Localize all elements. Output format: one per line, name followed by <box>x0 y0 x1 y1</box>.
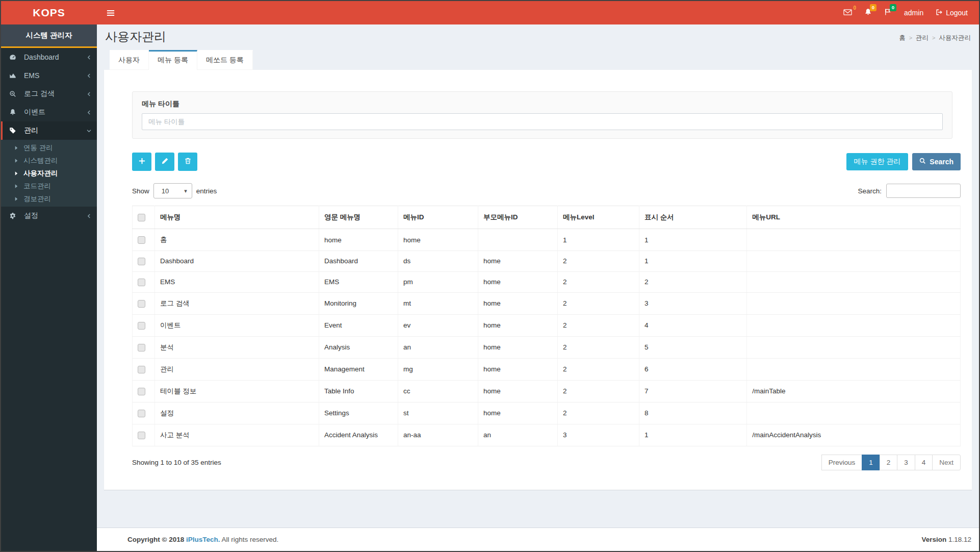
cell-parent-menu-id: home <box>478 292 558 314</box>
table-row: EMS EMS pm home 2 2 <box>133 271 961 292</box>
tab-bar: 사용자메뉴 등록메쏘드 등록 <box>104 50 972 70</box>
cell-menu-level: 2 <box>558 314 639 336</box>
column-header[interactable]: 메뉴Level <box>558 206 639 229</box>
iplustech-link[interactable]: iPlusTech. <box>186 536 220 543</box>
sidebar-item-log-search[interactable]: 로그 검색 <box>1 85 97 103</box>
sidebar-item-label: 로그 검색 <box>24 89 82 98</box>
row-checkbox[interactable] <box>138 322 145 330</box>
add-button[interactable] <box>132 153 151 171</box>
table-search-input[interactable] <box>886 184 961 198</box>
cell-menu-id: pm <box>398 271 478 292</box>
trash-icon <box>184 157 192 166</box>
logout-label: Logout <box>946 9 968 17</box>
area-chart-icon <box>9 72 19 79</box>
logout-button[interactable]: Logout <box>930 1 974 24</box>
content-header: 사용자관리 홈관리사용자관리 <box>97 24 979 47</box>
row-checkbox[interactable] <box>138 300 145 308</box>
breadcrumb-item[interactable]: 관리 <box>906 34 929 41</box>
sidebar-subitem[interactable]: 사용자관리 <box>1 167 97 180</box>
row-checkbox[interactable] <box>138 344 145 352</box>
breadcrumb-item[interactable]: 사용자관리 <box>929 34 971 41</box>
column-header[interactable]: 표시 순서 <box>639 206 747 229</box>
cell-parent-menu-id: home <box>478 271 558 292</box>
flags-button[interactable]: 0 <box>878 1 898 24</box>
page-button[interactable]: 1 <box>862 455 880 470</box>
search-plus-icon <box>9 90 19 97</box>
column-header[interactable]: 메뉴ID <box>398 206 478 229</box>
page-size-select[interactable]: 10 ▾ <box>153 183 192 198</box>
cell-menu-url <box>747 251 961 272</box>
cell-menu-url <box>747 229 961 251</box>
tab[interactable]: 사용자 <box>110 50 149 70</box>
sidebar-item-management[interactable]: 관리 <box>1 121 97 140</box>
toolbar: 메뉴 권한 관리 Search <box>132 153 961 171</box>
sidebar-item-label: 이벤트 <box>24 108 82 117</box>
management-submenu: 연동 관리 시스템관리 사용자관리 <box>1 140 97 207</box>
table-row: 이벤트 Event ev home 2 4 <box>133 314 961 336</box>
messages-button[interactable]: 0 <box>837 1 858 24</box>
tab[interactable]: 메뉴 등록 <box>149 50 197 70</box>
breadcrumb-item[interactable]: 홈 <box>899 34 906 41</box>
sidebar-item-event[interactable]: 이벤트 <box>1 103 97 121</box>
table-search: Search: <box>858 184 961 198</box>
copyright: Copyright © 2018 iPlusTech. All rights r… <box>127 536 278 543</box>
column-header[interactable]: 영문 메뉴명 <box>319 206 398 229</box>
sidebar-subitem[interactable]: 코드관리 <box>1 180 97 192</box>
caret-right-icon <box>15 197 18 201</box>
row-checkbox[interactable] <box>138 279 145 286</box>
cell-menu-id: an <box>398 336 478 358</box>
logout-icon <box>936 9 943 17</box>
table-row: 사고 분석 Accident Analysis an-aa an 3 1 /ma… <box>133 424 961 446</box>
column-header[interactable]: 부모메뉴ID <box>478 206 558 229</box>
page-button[interactable]: Next <box>932 455 961 470</box>
cell-menu-level: 3 <box>558 424 639 446</box>
sidebar-item-dashboard[interactable]: Dashboard <box>1 48 97 66</box>
sidebar-subitem[interactable]: 경보관리 <box>1 192 97 205</box>
user-menu[interactable]: admin <box>898 1 930 24</box>
menu-title-input[interactable] <box>142 113 943 130</box>
delete-button[interactable] <box>178 153 197 171</box>
cell-display-order: 2 <box>639 271 747 292</box>
sidebar-item-ems[interactable]: EMS <box>1 66 97 85</box>
row-checkbox[interactable] <box>138 366 145 373</box>
table-row: Dashboard Dashboard ds home 2 1 <box>133 251 961 272</box>
envelope-icon <box>843 9 852 17</box>
page-button[interactable]: 3 <box>897 455 915 470</box>
tab[interactable]: 메쏘드 등록 <box>197 50 253 70</box>
cell-menu-name-en: Event <box>319 314 398 336</box>
menu-permission-button[interactable]: 메뉴 권한 관리 <box>846 153 909 170</box>
cell-parent-menu-id: an <box>478 424 558 446</box>
select-all-checkbox[interactable] <box>138 214 145 221</box>
column-header[interactable]: 메뉴URL <box>747 206 961 229</box>
sidebar-toggle-button[interactable] <box>104 6 118 20</box>
page-button[interactable]: 4 <box>915 455 933 470</box>
plus-icon <box>138 157 146 166</box>
search-button[interactable]: Search <box>912 153 961 170</box>
breadcrumb: 홈관리사용자관리 <box>899 34 971 45</box>
row-checkbox[interactable] <box>138 432 145 439</box>
app-logo[interactable]: KOPS <box>1 1 97 24</box>
page-title: 사용자관리 <box>105 29 166 45</box>
search-button-label: Search <box>930 158 953 166</box>
cell-menu-name: 홈 <box>155 229 319 251</box>
notifications-badge: 0 <box>870 4 876 11</box>
cell-display-order: 1 <box>639 251 747 272</box>
edit-button[interactable] <box>155 153 174 171</box>
cell-menu-id: mt <box>398 292 478 314</box>
version-label: Version <box>921 536 946 543</box>
sidebar-subitem[interactable]: 시스템관리 <box>1 154 97 167</box>
cell-menu-id: mg <box>398 358 478 380</box>
row-checkbox[interactable] <box>138 236 145 244</box>
notifications-button[interactable]: 0 <box>858 1 878 24</box>
page-button[interactable]: Previous <box>821 455 863 470</box>
magnifier-icon <box>919 158 926 166</box>
cell-menu-level: 2 <box>558 271 639 292</box>
page-button[interactable]: 2 <box>880 455 898 470</box>
row-checkbox[interactable] <box>138 410 145 417</box>
cell-menu-name: 분석 <box>155 336 319 358</box>
sidebar-subitem[interactable]: 연동 관리 <box>1 141 97 154</box>
sidebar-item-settings[interactable]: 설정 <box>1 207 97 225</box>
column-header[interactable]: 메뉴명 <box>155 206 319 229</box>
row-checkbox[interactable] <box>138 258 145 265</box>
row-checkbox[interactable] <box>138 388 145 395</box>
